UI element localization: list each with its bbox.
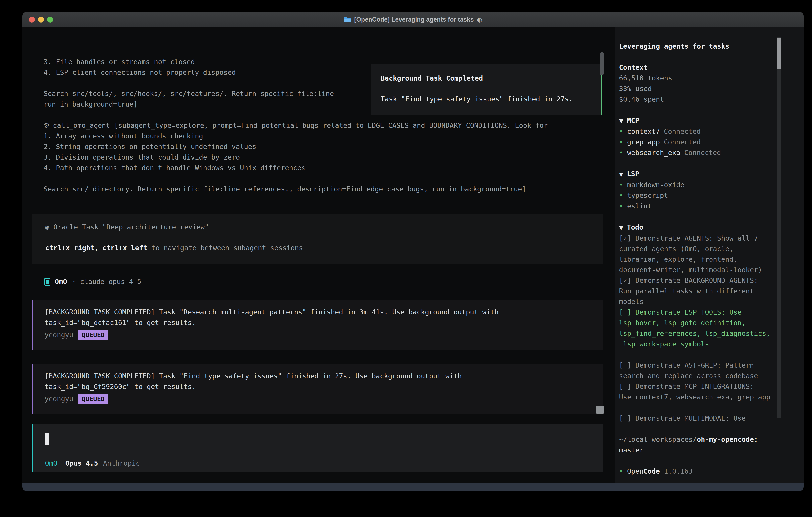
- sidebar-scrollbar-track[interactable]: [777, 37, 781, 418]
- task-user: yeongyu: [45, 330, 73, 340]
- task-message-meta: yeongyu QUEUED: [45, 330, 108, 340]
- task-user: yeongyu: [45, 393, 73, 404]
- todo-line: Run parallel tasks with different: [619, 286, 777, 297]
- notification-title: Background Task Completed: [381, 73, 483, 84]
- todo-line: search and replace across codebase: [619, 371, 777, 381]
- task-message-line2: task_id="bg_6f59260c" to get results.: [45, 381, 196, 392]
- terminal-line: 1. Array access without bounds checking: [44, 131, 548, 141]
- todo-line-active: [ ] Demonstrate LSP TOOLS: Use: [619, 307, 777, 318]
- context-used: 33% used: [619, 83, 777, 94]
- todo-line: [ ] Demonstrate AST-GREP: Pattern: [619, 360, 777, 371]
- agent-model: · claude-opus-4-5: [72, 276, 141, 287]
- task-message-line1: [BACKGROUND TASK COMPLETED] Task "Resear…: [45, 307, 498, 318]
- todo-section-header[interactable]: ▼Todo: [619, 222, 777, 233]
- model-row: OmO Opus 4.5 Anthropic: [45, 458, 140, 469]
- task-message-meta: yeongyu QUEUED: [45, 393, 108, 404]
- oracle-task-hint: ctrl+x right, ctrl+x left to navigate be…: [45, 243, 303, 253]
- lsp-item: •typescript: [619, 190, 777, 201]
- agent-omo-icon: [45, 278, 50, 286]
- chevron-down-icon: ▼: [619, 117, 624, 124]
- terminal-line: 2. String operations on potentially unde…: [44, 141, 548, 152]
- status-badge: QUEUED: [78, 394, 108, 404]
- todo-line-active: lsp_find_references, lsp_diagnostics,: [619, 328, 777, 339]
- input-agent-name: OmO: [45, 458, 57, 469]
- mcp-item: •context7Connected: [619, 126, 777, 137]
- notification-body: Task "Find type safety issues" finished …: [381, 94, 573, 104]
- window-titlebar[interactable]: [OpenCode] Leveraging agents for tasks ◐: [22, 12, 804, 27]
- mcp-section-header[interactable]: ▼MCP: [619, 115, 777, 126]
- agent-header: OmO · claude-opus-4-5: [45, 276, 141, 287]
- shortcut-keys: ctrl+x right, ctrl+x left: [45, 244, 147, 252]
- todo-line: [✓] Demonstrate AGENTS: Show all 7: [619, 233, 777, 244]
- text-cursor: [45, 433, 49, 445]
- terminal-line: 3. Division operations that could divide…: [44, 152, 548, 163]
- context-spent: $0.46 spent: [619, 94, 777, 105]
- bullet-icon: •: [619, 138, 623, 146]
- mcp-item: •websearch_exaConnected: [619, 147, 777, 158]
- todo-line: [ ] Demonstrate MULTIMODAL: Use: [619, 413, 777, 424]
- session-title: Leveraging agents for tasks: [619, 41, 777, 52]
- task-message-1: [BACKGROUND TASK COMPLETED] Task "Resear…: [32, 300, 603, 350]
- history-scrollbar-thumb[interactable]: [596, 406, 604, 414]
- todo-line: [✓] Demonstrate BACKGROUND AGENTS:: [619, 275, 777, 286]
- task-message-2: [BACKGROUND TASK COMPLETED] Task "Find t…: [32, 364, 603, 414]
- chevron-down-icon: ▼: [619, 171, 624, 178]
- terminal-line: Search src/ directory. Return specific f…: [44, 184, 548, 194]
- version-line: •OpenCode 1.0.163: [619, 466, 777, 477]
- todo-line: librarian, explore, frontend,: [619, 254, 777, 265]
- terminal-scrollbar-thumb[interactable]: [600, 52, 604, 75]
- mcp-item: •grep_appConnected: [619, 137, 777, 147]
- sidebar-content: Leveraging agents for tasks Context 66,5…: [619, 41, 777, 477]
- bullet-icon: •: [619, 148, 623, 157]
- tool-call-line: ⚙call_omo_agent [subagent_type=explore, …: [44, 120, 548, 131]
- input-model-name: Opus 4.5: [65, 458, 98, 469]
- bullet-icon: •: [619, 467, 623, 475]
- todo-line: [ ] Demonstrate MCP INTEGRATIONS:: [619, 381, 777, 392]
- todo-line: curated agents (OmO, oracle,: [619, 244, 777, 254]
- workspace-path: ~/local-workspaces/oh-my-opencode:: [619, 434, 777, 445]
- half-circle-icon: ◐: [477, 16, 482, 23]
- lsp-section-header[interactable]: ▼LSP: [619, 168, 777, 180]
- input-provider: Anthropic: [103, 458, 140, 469]
- window-bottom-frame: [22, 483, 804, 491]
- window-title: [OpenCode] Leveraging agents for tasks ◐: [22, 12, 804, 27]
- background-task-notification: Background Task Completed Task "Find typ…: [371, 64, 602, 115]
- status-badge: QUEUED: [78, 330, 108, 340]
- todo-line-active: lsp_hover, lsp_goto_definition,: [619, 318, 777, 328]
- session-sidebar: Leveraging agents for tasks Context 66,5…: [615, 27, 804, 483]
- lsp-item: •markdown-oxide: [619, 180, 777, 190]
- bullet-icon: •: [619, 181, 623, 189]
- todo-line: Use context7, websearch_exa, grep_app: [619, 392, 777, 403]
- terminal-window: [OpenCode] Leveraging agents for tasks ◐…: [22, 12, 804, 491]
- window-title-text: [OpenCode] Leveraging agents for tasks: [354, 16, 474, 23]
- bullet-icon: •: [619, 127, 623, 135]
- sidebar-scrollbar-thumb[interactable]: [777, 37, 781, 69]
- task-message-line2: task_id="bg_dcfac161" to get results.: [45, 318, 196, 328]
- bullet-icon: •: [619, 191, 623, 199]
- terminal-main-pane[interactable]: 3. File handles or streams not closed 4.…: [22, 27, 615, 483]
- tool-call-text: call_omo_agent [subagent_type=explore, p…: [53, 121, 548, 129]
- bullet-icon: •: [619, 202, 623, 210]
- desktop: [OpenCode] Leveraging agents for tasks ◐…: [0, 0, 812, 517]
- context-header: Context: [619, 62, 777, 73]
- task-message-line1: [BACKGROUND TASK COMPLETED] Task "Find t…: [45, 371, 462, 381]
- gear-icon: ⚙: [44, 121, 50, 129]
- todo-line: document-writer, multimodal-looker): [619, 265, 777, 275]
- terminal-line-blank: [44, 173, 548, 184]
- todo-line-active: lsp_workspace_symbols: [619, 339, 777, 350]
- folder-icon: [344, 17, 351, 23]
- oracle-task-box: ◉ Oracle Task "Deep architecture review"…: [32, 214, 603, 264]
- oracle-task-title: ◉ Oracle Task "Deep architecture review": [45, 222, 209, 232]
- prompt-input[interactable]: OmO Opus 4.5 Anthropic: [32, 424, 603, 472]
- context-tokens: 66,518 tokens: [619, 73, 777, 83]
- record-icon: ◉: [45, 223, 53, 231]
- chevron-down-icon: ▼: [619, 224, 624, 231]
- workspace-branch: master: [619, 445, 777, 456]
- agent-name: OmO: [55, 276, 67, 287]
- todo-line: models: [619, 297, 777, 307]
- terminal-line: 4. Path operations that don't handle Win…: [44, 163, 548, 173]
- lsp-item: •eslint: [619, 201, 777, 211]
